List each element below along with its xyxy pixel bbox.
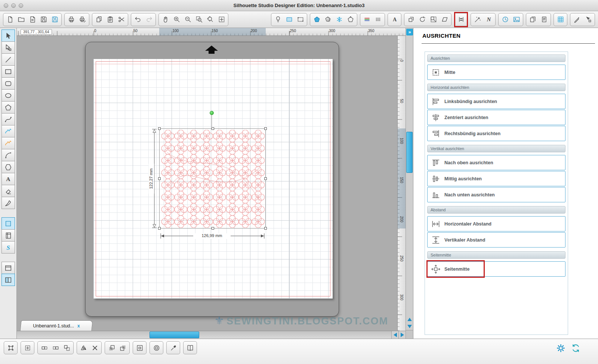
fill-gradient-button[interactable]	[323, 14, 333, 25]
cut-button[interactable]	[116, 14, 127, 25]
library-view-button[interactable]	[1, 229, 15, 242]
style-library-button[interactable]	[185, 342, 195, 353]
pixscan-button[interactable]	[511, 14, 522, 25]
line-color-style-button[interactable]	[361, 14, 372, 25]
smooth-freehand-tool[interactable]	[1, 137, 15, 149]
send-to-back-button[interactable]	[117, 342, 128, 353]
canvas-area[interactable]: 122,27 mm 126,99 mm ⚜SEWINGTINI.BLOGSPOT…	[17, 28, 406, 339]
select-tool[interactable]	[1, 29, 15, 42]
close-button[interactable]	[4, 3, 8, 8]
expand-panel-button[interactable]: »	[406, 29, 413, 35]
align-right-button[interactable]: Rechtsbündig ausrichten	[427, 126, 565, 141]
arc-tool[interactable]	[1, 149, 15, 161]
vertical-scrollbar[interactable]: »	[406, 28, 413, 339]
align-middle-button[interactable]: Mittig ausrichten	[427, 171, 565, 186]
selection-handle-e[interactable]	[264, 177, 267, 180]
paste-button[interactable]	[105, 14, 115, 25]
zoom-out-button[interactable]	[182, 14, 193, 25]
mitte-button[interactable]: Mitte	[427, 65, 565, 80]
save-as-button[interactable]	[49, 14, 60, 25]
selection-handle-ne[interactable]	[264, 127, 267, 130]
registration-marks-button[interactable]	[295, 14, 306, 25]
scroll-up-button[interactable]	[406, 316, 413, 323]
rotation-handle[interactable]	[210, 111, 214, 115]
selection-bounding-box[interactable]	[159, 128, 266, 228]
single-window-button[interactable]	[1, 262, 15, 274]
scale-button[interactable]	[428, 14, 439, 25]
horizontal-spacing-button[interactable]: Horizontaler Abstand	[427, 216, 565, 231]
align-bottom-button[interactable]: Nach unten ausrichten	[427, 187, 565, 202]
print-button[interactable]	[66, 14, 77, 25]
document-tab[interactable]: Unbenannt-1.stud... x	[20, 320, 93, 331]
zoom-button[interactable]	[19, 3, 23, 8]
align-left-button[interactable]: Linksbündig ausrichten	[427, 94, 565, 109]
bring-to-front-button[interactable]	[106, 342, 117, 353]
vertical-spacing-button[interactable]: Vertikaler Abstand	[427, 232, 565, 248]
text-tool[interactable]	[1, 173, 15, 185]
shape-tool[interactable]	[1, 161, 15, 173]
vertical-scrollbar-thumb[interactable]	[406, 132, 413, 173]
point-editing-tool[interactable]	[1, 41, 15, 54]
store-view-button[interactable]	[1, 241, 15, 253]
object-target-button[interactable]	[151, 342, 162, 353]
free-transform-button[interactable]	[22, 342, 33, 353]
pointer-settings-button[interactable]	[583, 14, 594, 25]
pan-tool-button[interactable]	[160, 14, 171, 25]
horizontal-scrollbar-thumb[interactable]	[150, 332, 199, 338]
duplicate-left-button[interactable]	[39, 342, 50, 353]
redo-button[interactable]	[144, 14, 154, 25]
fit-to-page-button[interactable]	[216, 14, 227, 25]
seitenmitte-button[interactable]: Seitenmitte	[427, 261, 565, 277]
horizontal-scrollbar[interactable]	[17, 331, 406, 339]
minimize-button[interactable]	[11, 3, 16, 8]
color-picker-button[interactable]	[168, 342, 179, 353]
selection-handle-se[interactable]	[264, 227, 267, 230]
print-settings-button[interactable]	[77, 14, 88, 25]
polygon-tool[interactable]	[1, 101, 15, 113]
new-document-button[interactable]	[4, 14, 15, 25]
rounded-rectangle-tool[interactable]	[1, 77, 15, 90]
refresh-button[interactable]	[570, 343, 581, 353]
trace-button[interactable]	[500, 14, 511, 25]
zoom-drag-button[interactable]	[205, 14, 216, 25]
undo-button[interactable]	[132, 14, 143, 25]
align-button[interactable]	[456, 14, 466, 25]
transform-panel-button[interactable]	[5, 342, 16, 353]
align-center-horizontal-button[interactable]: Zentriert ausrichten	[427, 110, 565, 125]
text-style-button[interactable]	[389, 14, 400, 25]
zoom-selection-button[interactable]	[194, 14, 204, 25]
open-library-button[interactable]	[27, 14, 38, 25]
delete-button[interactable]	[89, 342, 100, 353]
duplicate-multiple-button[interactable]	[61, 342, 72, 353]
scroll-left-button[interactable]	[392, 331, 398, 339]
selection-handle-n[interactable]	[212, 127, 214, 130]
line-style-button[interactable]	[373, 14, 383, 25]
show-grid-button[interactable]	[555, 14, 566, 25]
scroll-down-button[interactable]	[406, 323, 413, 330]
design-page-settings-button[interactable]	[272, 14, 283, 25]
replicate-button[interactable]	[472, 14, 483, 25]
copy-button[interactable]	[93, 14, 104, 25]
split-window-button[interactable]	[1, 274, 15, 286]
marker-settings-button[interactable]	[571, 14, 582, 25]
shear-button[interactable]	[439, 14, 450, 25]
zoom-in-button[interactable]	[171, 14, 182, 25]
selection-handle-s[interactable]	[212, 227, 214, 230]
compound-path-button[interactable]	[134, 342, 145, 353]
eraser-tool[interactable]	[1, 185, 15, 197]
knife-tool[interactable]	[1, 197, 15, 209]
mirror-button[interactable]	[78, 342, 89, 353]
freehand-tool[interactable]	[1, 125, 15, 137]
page-setup-button[interactable]	[284, 14, 295, 25]
rotate-button[interactable]	[417, 14, 428, 25]
duplicate-right-button[interactable]	[50, 342, 61, 353]
send-page-button[interactable]	[539, 14, 549, 25]
save-button[interactable]	[38, 14, 49, 25]
ellipse-tool[interactable]	[1, 89, 15, 102]
fill-pattern-button[interactable]	[334, 14, 345, 25]
curve-tool[interactable]	[1, 113, 15, 125]
align-top-button[interactable]: Nach oben ausrichten	[427, 155, 565, 170]
scroll-right-button[interactable]	[398, 331, 406, 339]
modify-button[interactable]	[406, 14, 416, 25]
fill-color-button[interactable]	[311, 14, 322, 25]
